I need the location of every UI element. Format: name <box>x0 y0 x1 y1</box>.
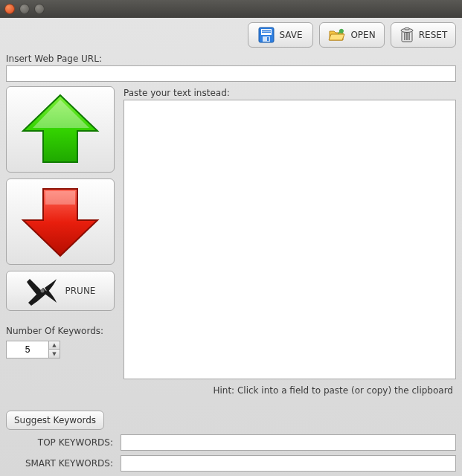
suggest-keywords-button[interactable]: Suggest Keywords <box>6 411 104 430</box>
hint-text: Hint: Click into a field to paste (or co… <box>6 385 456 396</box>
reset-button-label: RESET <box>419 30 447 40</box>
right-column: Paste your text instead: <box>123 86 456 379</box>
arrow-up-icon <box>19 92 101 167</box>
textarea-label: Paste your text instead: <box>123 88 456 98</box>
svg-rect-3 <box>262 32 271 33</box>
stepper-buttons: ▲ ▼ <box>49 341 60 358</box>
window-maximize-icon[interactable] <box>34 4 45 14</box>
svg-point-12 <box>40 289 44 293</box>
svg-rect-11 <box>405 28 409 30</box>
prune-button[interactable]: PRUNE <box>6 271 115 311</box>
svg-rect-2 <box>262 30 271 31</box>
window-titlebar <box>0 0 462 18</box>
svg-rect-5 <box>267 37 269 41</box>
top-keywords-label: TOP KEYWORDS: <box>6 437 116 448</box>
window-close-icon[interactable] <box>4 4 15 14</box>
prune-button-label: PRUNE <box>65 286 96 296</box>
stepper-down-icon[interactable]: ▼ <box>49 350 60 358</box>
url-input[interactable] <box>6 65 456 82</box>
window-body: SAVE OPEN <box>0 18 462 476</box>
url-label: Insert Web Page URL: <box>6 54 456 64</box>
bottom-section: Suggest Keywords TOP KEYWORDS: SMART KEY… <box>6 411 456 472</box>
top-keywords-input[interactable] <box>121 434 456 451</box>
save-button[interactable]: SAVE <box>248 22 313 48</box>
window-minimize-icon[interactable] <box>19 4 30 14</box>
toolbar: SAVE OPEN <box>6 22 456 48</box>
keyword-count-section: Number Of Keywords: ▲ ▼ <box>6 324 118 358</box>
keyword-count-label: Number Of Keywords: <box>6 326 118 336</box>
trash-icon <box>400 27 414 43</box>
text-input-area[interactable] <box>123 100 456 379</box>
stepper-up-icon[interactable]: ▲ <box>49 341 60 350</box>
keyword-count-input[interactable] <box>6 341 49 358</box>
folder-open-icon <box>328 28 346 42</box>
pruning-shears-icon <box>25 276 58 306</box>
smart-keywords-label: SMART KEYWORDS: <box>6 458 116 469</box>
save-button-label: SAVE <box>279 30 302 40</box>
open-button[interactable]: OPEN <box>319 22 385 48</box>
reset-button[interactable]: RESET <box>391 22 456 48</box>
save-icon <box>258 27 275 43</box>
smart-keywords-input[interactable] <box>121 455 456 472</box>
up-arrow-button[interactable] <box>6 86 115 173</box>
suggest-keywords-label: Suggest Keywords <box>14 415 96 425</box>
open-button-label: OPEN <box>350 30 375 40</box>
down-arrow-button[interactable] <box>6 178 115 265</box>
left-column: PRUNE Number Of Keywords: ▲ ▼ <box>6 86 118 379</box>
arrow-down-icon <box>19 184 101 259</box>
